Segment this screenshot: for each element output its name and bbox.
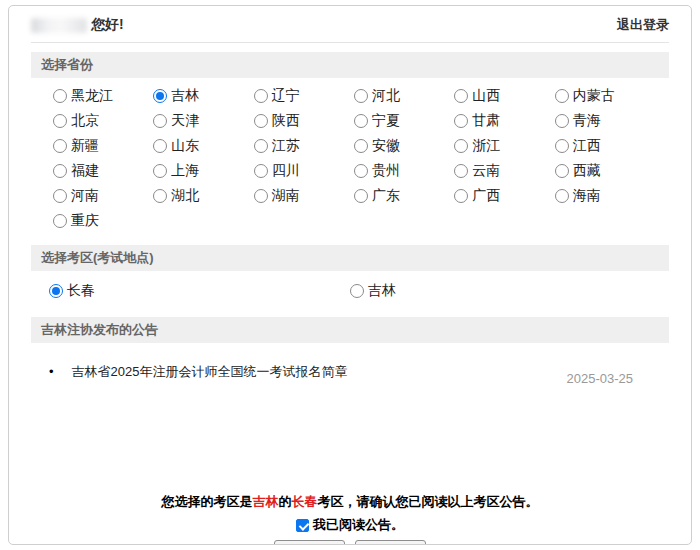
province-radio-label: 江西 [573, 137, 601, 155]
province-radio-option[interactable]: 黑龙江 [53, 87, 149, 105]
radio-icon[interactable] [555, 139, 569, 153]
radio-icon[interactable] [354, 164, 368, 178]
radio-icon[interactable] [53, 114, 67, 128]
province-radio-option[interactable]: 重庆 [53, 212, 149, 230]
province-radio-option[interactable]: 甘肃 [454, 112, 550, 130]
province-radio-option[interactable]: 浙江 [454, 137, 550, 155]
examarea-radio-label: 长春 [67, 282, 95, 300]
province-radio-option[interactable]: 西藏 [555, 162, 651, 180]
greeting-text: 您好! [91, 16, 124, 34]
radio-icon[interactable] [555, 189, 569, 203]
action-buttons: 上一步 下一步 [9, 540, 691, 545]
announcement-section-header: 吉林注协发布的公告 [31, 317, 669, 343]
radio-icon[interactable] [254, 89, 268, 103]
radio-icon[interactable] [354, 89, 368, 103]
province-radio-option[interactable]: 新疆 [53, 137, 149, 155]
radio-icon[interactable] [454, 114, 468, 128]
province-radio-option[interactable]: 吉林 [153, 87, 249, 105]
province-radio-option[interactable]: 山西 [454, 87, 550, 105]
radio-icon[interactable] [454, 164, 468, 178]
radio-icon[interactable] [454, 139, 468, 153]
radio-icon[interactable] [555, 114, 569, 128]
examarea-radio-option[interactable]: 长春 [49, 282, 350, 300]
radio-icon[interactable] [53, 214, 67, 228]
radio-icon[interactable] [53, 89, 67, 103]
province-radio-label: 北京 [71, 112, 99, 130]
radio-icon[interactable] [354, 114, 368, 128]
radio-icon[interactable] [254, 164, 268, 178]
bullet-icon: • [49, 363, 54, 380]
announcement-link[interactable]: 吉林省2025年注册会计师全国统一考试报名简章 [72, 363, 348, 380]
province-radio-option[interactable]: 江苏 [254, 137, 350, 155]
province-radio-option[interactable]: 安徽 [354, 137, 450, 155]
user-greeting: 您好! [31, 16, 124, 34]
province-radio-option[interactable]: 辽宁 [254, 87, 350, 105]
province-radio-option[interactable]: 江西 [555, 137, 651, 155]
confirm-text: 您选择的考区是吉林的长春考区，请确认您已阅读以上考区公告。 [9, 493, 691, 511]
province-radio-label: 四川 [272, 162, 300, 180]
province-radio-option[interactable]: 贵州 [354, 162, 450, 180]
radio-icon[interactable] [153, 164, 167, 178]
topbar: 您好! 退出登录 [9, 6, 691, 42]
province-radio-option[interactable]: 云南 [454, 162, 550, 180]
province-radio-option[interactable]: 山东 [153, 137, 249, 155]
radio-icon[interactable] [153, 89, 167, 103]
province-radio-option[interactable]: 上海 [153, 162, 249, 180]
province-radio-option[interactable]: 海南 [555, 187, 651, 205]
province-radio-label: 广西 [472, 187, 500, 205]
radio-icon[interactable] [153, 189, 167, 203]
province-radio-label: 辽宁 [272, 87, 300, 105]
radio-icon[interactable] [53, 139, 67, 153]
radio-icon[interactable] [53, 164, 67, 178]
radio-icon[interactable] [354, 139, 368, 153]
province-radio-label: 福建 [71, 162, 99, 180]
exam-registration-panel: 您好! 退出登录 选择省份 黑龙江 吉林 辽宁 河北 [8, 5, 692, 545]
radio-icon[interactable] [354, 189, 368, 203]
logout-link[interactable]: 退出登录 [617, 16, 669, 34]
radio-icon[interactable] [454, 189, 468, 203]
radio-icon[interactable] [555, 89, 569, 103]
province-radio-option[interactable]: 宁夏 [354, 112, 450, 130]
examarea-radio-grid: 长春 吉林 [9, 271, 691, 308]
radio-icon[interactable] [254, 139, 268, 153]
radio-icon[interactable] [454, 89, 468, 103]
announcement-date: 2025-03-25 [567, 371, 634, 386]
province-radio-option[interactable]: 河北 [354, 87, 450, 105]
next-step-button[interactable]: 下一步 [355, 540, 426, 545]
province-radio-option[interactable]: 湖北 [153, 187, 249, 205]
radio-icon[interactable] [153, 114, 167, 128]
province-radio-label: 山西 [472, 87, 500, 105]
prev-step-button[interactable]: 上一步 [274, 540, 345, 545]
province-radio-label: 云南 [472, 162, 500, 180]
province-radio-option[interactable]: 四川 [254, 162, 350, 180]
province-radio-option[interactable]: 河南 [53, 187, 149, 205]
radio-icon[interactable] [555, 164, 569, 178]
examarea-radio-option[interactable]: 吉林 [350, 282, 651, 300]
province-radio-option[interactable]: 陕西 [254, 112, 350, 130]
confirm-prefix: 您选择的考区是 [162, 494, 253, 509]
read-confirm-checkbox[interactable] [296, 519, 309, 532]
footer: 您选择的考区是吉林的长春考区，请确认您已阅读以上考区公告。 我已阅读公告。 上一… [9, 493, 691, 545]
read-confirm-label[interactable]: 我已阅读公告。 [313, 516, 404, 534]
radio-icon[interactable] [53, 189, 67, 203]
radio-icon[interactable] [153, 139, 167, 153]
announcement-row: • 吉林省2025年注册会计师全国统一考试报名简章 2025-03-25 [9, 343, 691, 386]
radio-icon[interactable] [49, 284, 63, 298]
province-radio-option[interactable]: 湖南 [254, 187, 350, 205]
province-radio-option[interactable]: 内蒙古 [555, 87, 651, 105]
province-radio-label: 河南 [71, 187, 99, 205]
province-radio-label: 黑龙江 [71, 87, 113, 105]
province-radio-option[interactable]: 北京 [53, 112, 149, 130]
radio-icon[interactable] [350, 284, 364, 298]
province-radio-option[interactable]: 青海 [555, 112, 651, 130]
examarea-radio-label: 吉林 [368, 282, 396, 300]
radio-icon[interactable] [254, 189, 268, 203]
redacted-username [31, 18, 87, 33]
radio-icon[interactable] [254, 114, 268, 128]
confirm-suffix: 考区，请确认您已阅读以上考区公告。 [318, 494, 539, 509]
province-radio-option[interactable]: 福建 [53, 162, 149, 180]
province-radio-option[interactable]: 广东 [354, 187, 450, 205]
province-radio-label: 河北 [372, 87, 400, 105]
province-radio-option[interactable]: 天津 [153, 112, 249, 130]
province-radio-option[interactable]: 广西 [454, 187, 550, 205]
